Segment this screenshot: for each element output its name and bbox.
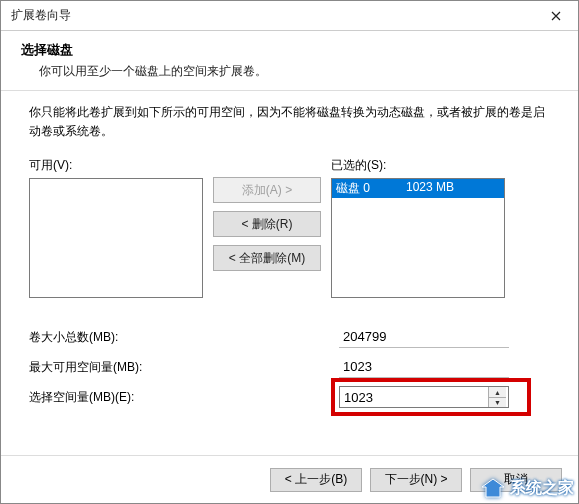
description-text: 你只能将此卷扩展到如下所示的可用空间，因为不能将磁盘转换为动态磁盘，或者被扩展的… [29, 103, 550, 141]
total-size-row: 卷大小总数(MB): 204799 [29, 322, 550, 352]
max-space-label: 最大可用空间量(MB): [29, 359, 339, 376]
close-button[interactable] [534, 1, 578, 31]
add-button[interactable]: 添加(A) > [213, 177, 321, 203]
spin-buttons: ▲ ▼ [488, 387, 506, 407]
cancel-button[interactable]: 取消 [470, 468, 562, 492]
select-space-input[interactable] [340, 387, 488, 407]
wizard-window: 扩展卷向导 选择磁盘 你可以用至少一个磁盘上的空间来扩展卷。 你只能将此卷扩展到… [0, 0, 579, 504]
size-fields: 卷大小总数(MB): 204799 最大可用空间量(MB): 1023 选择空间… [29, 322, 550, 412]
available-listbox[interactable] [29, 178, 203, 298]
header-subtitle: 你可以用至少一个磁盘上的空间来扩展卷。 [39, 63, 558, 80]
wizard-footer: < 上一步(B) 下一步(N) > 取消 [1, 455, 578, 503]
disk-name: 磁盘 0 [336, 180, 406, 197]
total-size-value: 204799 [339, 326, 509, 348]
select-space-label: 选择空间量(MB)(E): [29, 389, 339, 406]
remove-button[interactable]: < 删除(R) [213, 211, 321, 237]
close-icon [551, 11, 561, 21]
spin-up-button[interactable]: ▲ [489, 387, 506, 398]
back-button[interactable]: < 上一步(B) [270, 468, 362, 492]
disk-size: 1023 MB [406, 180, 454, 197]
highlight-box: ▲ ▼ [331, 378, 531, 416]
spin-down-button[interactable]: ▼ [489, 398, 506, 408]
list-item[interactable]: 磁盘 0 1023 MB [332, 179, 504, 198]
available-column: 可用(V): [29, 157, 203, 298]
transfer-buttons: 添加(A) > < 删除(R) < 全部删除(M) [213, 177, 321, 271]
select-space-spinner[interactable]: ▲ ▼ [339, 386, 509, 408]
available-label: 可用(V): [29, 157, 203, 174]
selected-label: 已选的(S): [331, 157, 505, 174]
selected-listbox[interactable]: 磁盘 0 1023 MB [331, 178, 505, 298]
next-button[interactable]: 下一步(N) > [370, 468, 462, 492]
max-space-value: 1023 [339, 356, 509, 378]
remove-all-button[interactable]: < 全部删除(M) [213, 245, 321, 271]
wizard-header: 选择磁盘 你可以用至少一个磁盘上的空间来扩展卷。 [1, 31, 578, 86]
selected-column: 已选的(S): 磁盘 0 1023 MB [331, 157, 505, 298]
titlebar: 扩展卷向导 [1, 1, 578, 31]
window-title: 扩展卷向导 [11, 7, 71, 24]
disk-columns: 可用(V): 添加(A) > < 删除(R) < 全部删除(M) 已选的(S):… [29, 157, 550, 298]
select-space-row: 选择空间量(MB)(E): ▲ ▼ [29, 382, 550, 412]
total-size-label: 卷大小总数(MB): [29, 329, 339, 346]
header-title: 选择磁盘 [21, 41, 558, 59]
content-area: 你只能将此卷扩展到如下所示的可用空间，因为不能将磁盘转换为动态磁盘，或者被扩展的… [1, 91, 578, 420]
